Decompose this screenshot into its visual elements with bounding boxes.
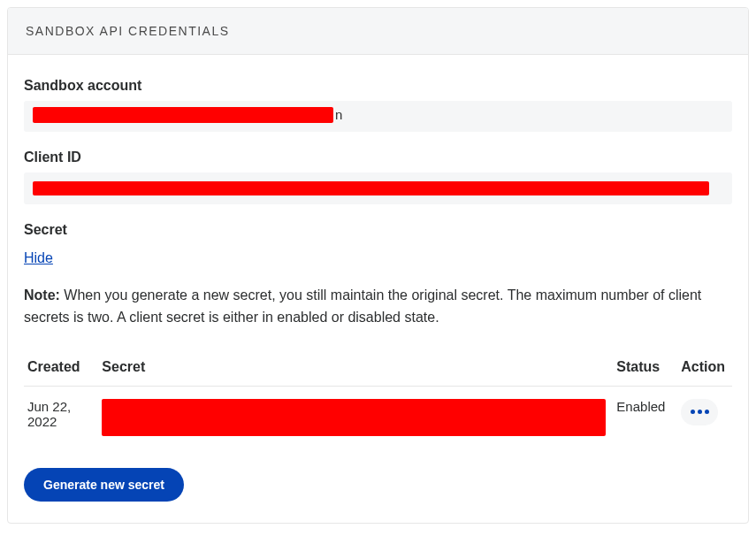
redacted-bar <box>33 181 709 195</box>
secret-note: Note: When you generate a new secret, yo… <box>24 284 732 329</box>
cell-secret <box>98 386 613 448</box>
sandbox-account-value[interactable]: n <box>24 101 732 132</box>
row-action-button[interactable] <box>681 399 718 425</box>
sandbox-account-trail: n <box>335 107 342 122</box>
redacted-bar <box>33 107 333 123</box>
note-prefix: Note: <box>24 287 60 303</box>
table-row: Jun 22, 2022 Enabled <box>24 386 732 448</box>
table-header-row: Created Secret Status Action <box>24 350 732 387</box>
credentials-card: SANDBOX API CREDENTIALS Sandbox account … <box>7 7 749 524</box>
ellipsis-icon <box>698 410 702 414</box>
cell-created: Jun 22, 2022 <box>24 386 98 448</box>
col-header-status: Status <box>613 350 677 387</box>
redacted-bar <box>102 399 606 436</box>
client-id-label: Client ID <box>24 149 732 165</box>
secret-label: Secret <box>24 222 732 238</box>
card-title: SANDBOX API CREDENTIALS <box>26 24 230 38</box>
card-header: SANDBOX API CREDENTIALS <box>8 8 748 55</box>
ellipsis-icon <box>705 410 709 414</box>
cell-status: Enabled <box>613 386 677 448</box>
secrets-table: Created Secret Status Action Jun 22, 202… <box>24 350 732 448</box>
cell-action <box>677 386 732 448</box>
ellipsis-icon <box>691 410 695 414</box>
sandbox-account-label: Sandbox account <box>24 78 732 94</box>
col-header-created: Created <box>24 350 98 387</box>
card-body: Sandbox account n Client ID Secret Hide … <box>8 55 748 523</box>
hide-secret-link[interactable]: Hide <box>24 250 53 266</box>
client-id-value[interactable] <box>24 172 732 204</box>
generate-secret-button[interactable]: Generate new secret <box>24 468 184 502</box>
col-header-action: Action <box>677 350 732 387</box>
note-text: When you generate a new secret, you stil… <box>24 287 701 326</box>
col-header-secret: Secret <box>98 350 613 387</box>
